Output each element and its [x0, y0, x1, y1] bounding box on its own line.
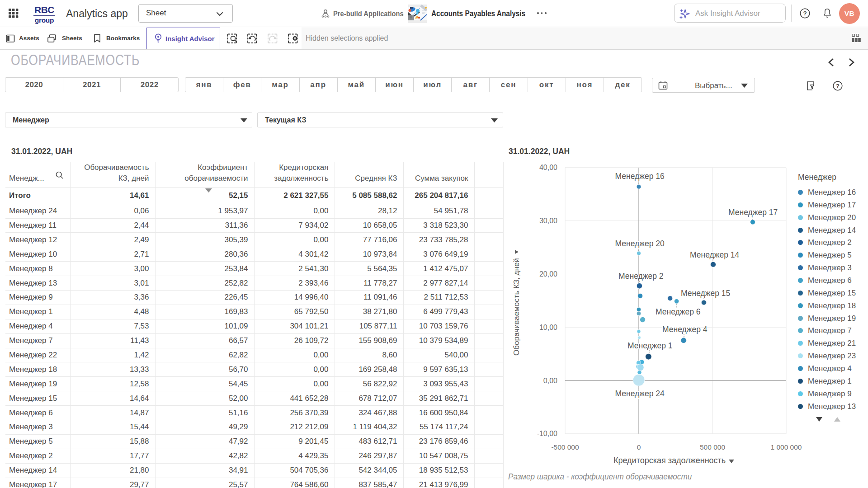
svg-text:Менеджер 2: Менеджер 2: [618, 272, 664, 281]
svg-text:Менеджер 4: Менеджер 4: [662, 325, 708, 334]
svg-text:500 000: 500 000: [700, 443, 725, 451]
svg-text:Менеджер 17: Менеджер 17: [728, 208, 778, 217]
svg-text:Менеджер 20: Менеджер 20: [615, 239, 665, 248]
svg-text:20,00: 20,00: [539, 270, 557, 278]
svg-text:0: 0: [637, 443, 641, 451]
svg-text:Менеджер 24: Менеджер 24: [615, 389, 665, 398]
svg-text:10,00: 10,00: [539, 324, 557, 331]
svg-text:-500 000: -500 000: [551, 443, 579, 451]
svg-text:?: ?: [836, 83, 840, 89]
svg-text:?: ?: [803, 10, 807, 17]
svg-text:0,00: 0,00: [543, 377, 557, 385]
svg-text:30,00: 30,00: [539, 217, 557, 225]
svg-text:Менеджер 14: Менеджер 14: [690, 250, 739, 259]
svg-text:Оборачиваемость КЗ, дней: Оборачиваемость КЗ, дней: [512, 258, 521, 356]
svg-text:40,00: 40,00: [539, 164, 557, 171]
svg-text:-10,00: -10,00: [537, 430, 557, 437]
svg-text:Менеджер 16: Менеджер 16: [615, 172, 665, 181]
svg-text:1 000 000: 1 000 000: [771, 443, 802, 451]
svg-text:Менеджер 15: Менеджер 15: [681, 289, 730, 298]
svg-text:Менеджер 6: Менеджер 6: [656, 307, 701, 316]
svg-text:Менеджер 1: Менеджер 1: [627, 341, 673, 350]
svg-text:Кредиторская задолженность: Кредиторская задолженность: [613, 456, 726, 465]
